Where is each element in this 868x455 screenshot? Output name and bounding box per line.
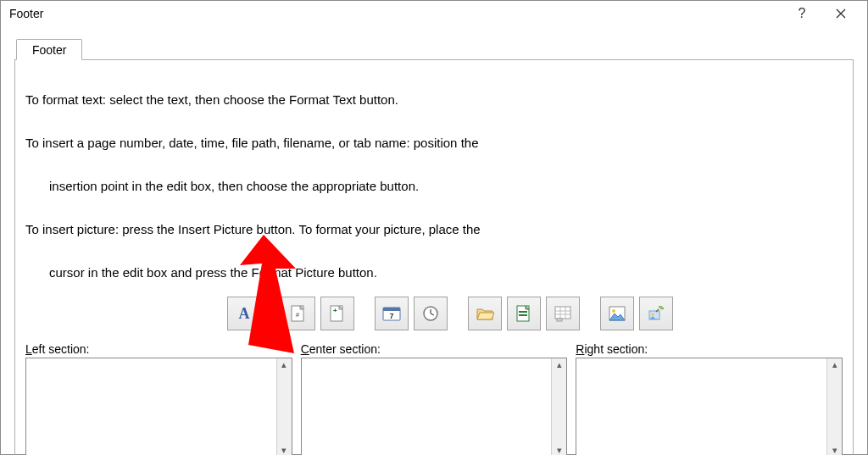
svg-rect-18: [609, 307, 625, 320]
svg-point-8: [424, 307, 437, 320]
svg-point-19: [612, 309, 615, 313]
right-section-box: ▴ ▾: [576, 358, 843, 455]
svg-text:A: A: [239, 305, 250, 322]
right-section: Right section: ▴ ▾: [576, 342, 843, 455]
right-section-input[interactable]: [576, 358, 826, 455]
insert-pages-button[interactable]: +: [320, 297, 354, 330]
insert-date-button[interactable]: 7: [375, 297, 409, 330]
dialog-content: Footer To format text: select the text, …: [1, 26, 867, 455]
scroll-up-icon: ▴: [281, 360, 287, 369]
svg-rect-1: [292, 306, 303, 321]
right-section-label: Right section:: [576, 342, 843, 356]
sections: Left section: ▴ ▾ Center section:: [25, 342, 843, 455]
svg-rect-10: [519, 311, 527, 313]
format-picture-button[interactable]: [639, 297, 673, 330]
center-section-label: Center section:: [301, 342, 568, 356]
scroll-up-icon: ▴: [557, 360, 562, 369]
window-title: Footer: [8, 7, 782, 20]
center-section-box: ▴ ▾: [301, 358, 568, 455]
toolbar: A # + 7: [25, 297, 843, 330]
titlebar: Footer ?: [1, 1, 867, 26]
svg-rect-6: [383, 308, 400, 311]
center-section-input[interactable]: [302, 358, 552, 455]
instr-line2: To insert a page number, date, time, fil…: [25, 136, 478, 150]
svg-rect-9: [517, 306, 529, 321]
left-section-box: ▴ ▾: [25, 358, 292, 455]
insert-picture-button[interactable]: [600, 297, 634, 330]
svg-line-22: [656, 309, 659, 312]
left-section: Left section: ▴ ▾: [25, 342, 292, 455]
scroll-down-icon: ▾: [557, 446, 562, 455]
svg-rect-5: [383, 308, 400, 320]
svg-rect-11: [519, 314, 527, 316]
close-button[interactable]: [821, 1, 860, 26]
svg-rect-3: [331, 306, 342, 321]
scroll-down-icon: ▾: [281, 446, 287, 455]
left-section-input[interactable]: [26, 358, 276, 455]
svg-rect-12: [555, 307, 570, 319]
tab-footer[interactable]: Footer: [16, 39, 82, 60]
insert-file-path-button[interactable]: [468, 297, 502, 330]
left-scrollbar[interactable]: ▴ ▾: [276, 358, 292, 455]
instr-line1: To format text: select the text, then ch…: [25, 92, 398, 107]
left-section-label: Left section:: [25, 342, 292, 356]
right-scrollbar[interactable]: ▴ ▾: [826, 358, 842, 455]
instr-line3b: cursor in the edit box and press the For…: [25, 262, 377, 284]
format-text-button[interactable]: A: [227, 297, 261, 330]
insert-page-number-button[interactable]: #: [281, 297, 315, 330]
svg-rect-17: [557, 319, 562, 321]
tabpanel: To format text: select the text, then ch…: [14, 59, 854, 455]
insert-sheet-name-button[interactable]: [546, 297, 580, 330]
help-button[interactable]: ?: [782, 1, 821, 26]
instructions-text: To format text: select the text, then ch…: [25, 67, 843, 283]
svg-text:#: #: [296, 311, 300, 319]
instr-line3: To insert picture: press the Insert Pict…: [25, 222, 481, 236]
svg-text:7: 7: [389, 312, 393, 320]
instr-line2b: insertion point in the edit box, then ch…: [25, 175, 419, 197]
footer-dialog: Footer ? Footer To format text: select t…: [0, 0, 868, 455]
svg-text:+: +: [333, 307, 337, 314]
insert-file-name-button[interactable]: [507, 297, 541, 330]
tabstrip: Footer: [16, 36, 854, 60]
insert-time-button[interactable]: [414, 297, 448, 330]
svg-rect-20: [649, 311, 659, 319]
svg-point-21: [652, 314, 654, 316]
center-section: Center section: ▴ ▾: [301, 342, 568, 455]
scroll-down-icon: ▾: [832, 446, 837, 455]
center-scrollbar[interactable]: ▴ ▾: [551, 358, 566, 455]
scroll-up-icon: ▴: [832, 360, 837, 369]
